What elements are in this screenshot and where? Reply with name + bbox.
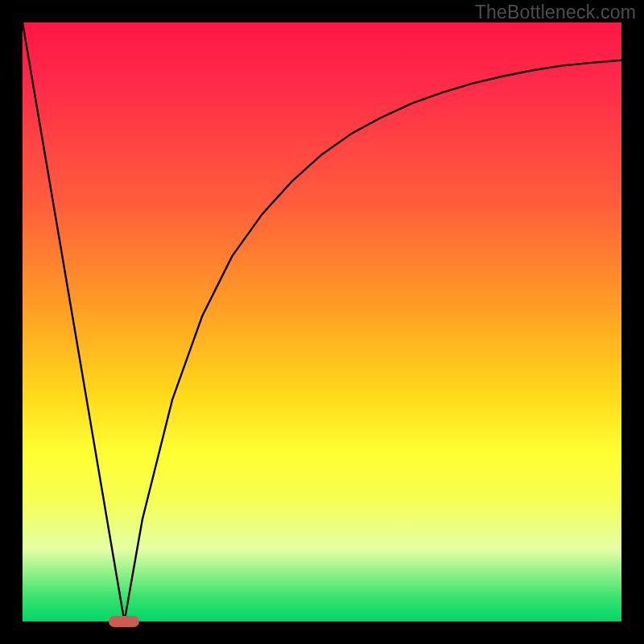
chart-frame: TheBottleneck.com	[0, 0, 644, 644]
watermark-text: TheBottleneck.com	[475, 2, 636, 23]
bottleneck-curve	[23, 23, 621, 621]
plot-area	[23, 23, 621, 621]
minimum-marker	[109, 616, 139, 627]
